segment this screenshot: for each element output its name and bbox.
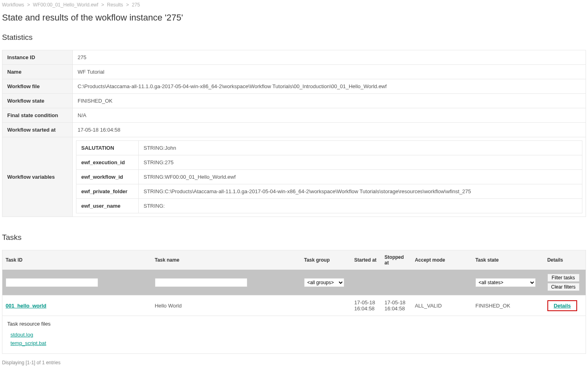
task-row: 001_hello_world Hello World 17-05-18 16:… bbox=[2, 295, 586, 316]
task-details-link[interactable]: Details bbox=[547, 300, 578, 311]
task-expanded-row: Task resource files stdout.logtemp_scrip… bbox=[2, 316, 586, 354]
stat-label-instance-id: Instance ID bbox=[2, 50, 73, 65]
task-state-cell: FINISHED_OK bbox=[472, 295, 544, 316]
variable-value: STRING:275 bbox=[139, 155, 582, 170]
stat-value-workflow-file: C:\Products\Ataccama-all-11.1.0.ga-2017-… bbox=[73, 79, 586, 94]
stat-value-name: WF Tutorial bbox=[73, 65, 586, 79]
stat-value-workflow-state: FINISHED_OK bbox=[73, 94, 586, 108]
col-header-task-id: Task ID bbox=[2, 250, 152, 270]
stat-label-workflow-file: Workflow file bbox=[2, 79, 73, 94]
tasks-table: Task ID Task name Task group Started at … bbox=[2, 250, 586, 354]
breadcrumb-sep: > bbox=[126, 2, 129, 8]
filter-group-select[interactable]: <all groups> bbox=[304, 278, 344, 287]
statistics-table: Instance ID 275 Name WF Tutorial Workflo… bbox=[2, 50, 586, 217]
col-header-accept: Accept mode bbox=[411, 250, 472, 270]
variable-value: STRING:C:\Products\Ataccama-all-11.1.0.g… bbox=[139, 184, 582, 199]
resources-title: Task resource files bbox=[7, 321, 581, 327]
task-name-cell: Hello World bbox=[152, 295, 301, 316]
stat-value-instance-id: 275 bbox=[73, 50, 586, 65]
tasks-heading: Tasks bbox=[2, 233, 586, 242]
task-id-link[interactable]: 001_hello_world bbox=[6, 303, 46, 309]
col-header-state: Task state bbox=[472, 250, 544, 270]
stat-value-final-state: N/A bbox=[73, 108, 586, 123]
clear-filters-button[interactable]: Clear filters bbox=[547, 283, 580, 291]
variable-value: STRING: bbox=[139, 199, 582, 213]
statistics-heading: Statistics bbox=[2, 33, 586, 42]
col-header-stopped: Stopped at bbox=[381, 250, 411, 270]
task-stopped-cell: 17-05-18 16:04:58 bbox=[381, 295, 411, 316]
paging-info: Displaying [1-1] of 1 entries bbox=[2, 360, 586, 365]
filter-tasks-button[interactable]: Filter tasks bbox=[547, 274, 580, 282]
filter-row: <all groups> <all states> Filter tasks C… bbox=[2, 270, 586, 295]
resource-file-link[interactable]: stdout.log bbox=[10, 332, 581, 338]
stat-label-started-at: Workflow started at bbox=[2, 123, 73, 137]
col-header-task-name: Task name bbox=[152, 250, 301, 270]
breadcrumb-link[interactable]: Results bbox=[107, 2, 123, 8]
task-group-cell bbox=[301, 295, 351, 316]
col-header-started: Started at bbox=[351, 250, 381, 270]
variable-name: ewf_user_name bbox=[76, 199, 139, 213]
variable-name: SALUTATION bbox=[76, 141, 139, 155]
stat-label-workflow-state: Workflow state bbox=[2, 94, 73, 108]
filter-task-name-input[interactable] bbox=[155, 278, 247, 287]
stat-value-started-at: 17-05-18 16:04:58 bbox=[73, 123, 586, 137]
filter-state-select[interactable]: <all states> bbox=[475, 278, 536, 287]
variable-value: STRING:WF00:00_01_Hello_World.ewf bbox=[139, 170, 582, 184]
variable-value: STRING:John bbox=[139, 141, 582, 155]
breadcrumb-current: 275 bbox=[132, 2, 140, 8]
variable-name: ewf_workflow_id bbox=[76, 170, 139, 184]
filter-task-id-input[interactable] bbox=[6, 278, 98, 287]
breadcrumb-link[interactable]: WF00:00_01_Hello_World.ewf bbox=[33, 2, 99, 8]
stat-label-final-state: Final state condition bbox=[2, 108, 73, 123]
stat-label-variables: Workflow variables bbox=[2, 137, 73, 217]
breadcrumb-sep: > bbox=[27, 2, 30, 8]
col-header-details: Details bbox=[544, 250, 586, 270]
stat-label-name: Name bbox=[2, 65, 73, 79]
page-title: State and results of the wokflow instanc… bbox=[2, 12, 586, 23]
breadcrumb-sep: > bbox=[101, 2, 104, 8]
task-started-cell: 17-05-18 16:04:58 bbox=[351, 295, 381, 316]
resource-file-link[interactable]: temp_script.bat bbox=[10, 340, 581, 346]
breadcrumb: Workflows > WF00:00_01_Hello_World.ewf >… bbox=[2, 2, 586, 8]
variable-name: ewf_private_folder bbox=[76, 184, 139, 199]
variables-table: SALUTATIONSTRING:Johnewf_execution_idSTR… bbox=[76, 140, 582, 213]
col-header-task-group: Task group bbox=[301, 250, 351, 270]
variable-name: ewf_execution_id bbox=[76, 155, 139, 170]
breadcrumb-link[interactable]: Workflows bbox=[2, 2, 24, 8]
task-accept-cell: ALL_VALID bbox=[411, 295, 472, 316]
